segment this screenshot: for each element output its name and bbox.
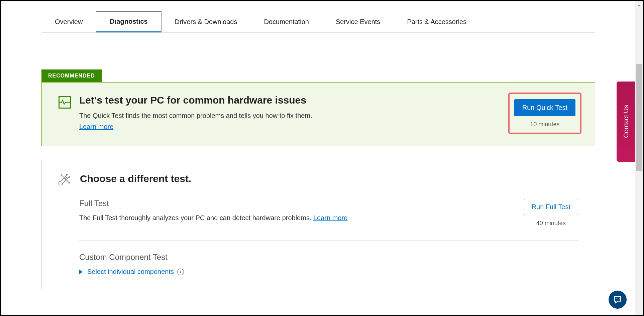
quick-test-duration: 10 minutes [514,121,575,128]
full-test-duration: 40 minutes [524,220,578,227]
full-test-description: The Full Test thoroughly analyzes your P… [79,214,511,222]
full-test-learn-more-link[interactable]: Learn more [313,214,347,221]
tab-drivers-downloads[interactable]: Drivers & Downloads [162,11,251,32]
custom-test-title: Custom Component Test [79,253,578,262]
svg-line-0 [61,175,64,177]
different-test-title: Choose a different test. [80,173,191,184]
select-components-expand[interactable]: Select individual components i [79,268,578,276]
svg-point-5 [618,299,618,299]
tab-diagnostics[interactable]: Diagnostics [96,11,161,32]
tab-service-events[interactable]: Service Events [322,11,394,32]
heartbeat-icon [59,96,71,109]
run-full-test-button[interactable]: Run Full Test [524,199,578,215]
info-icon[interactable]: i [177,269,184,275]
navigation-tabs: Overview Diagnostics Drivers & Downloads… [41,11,595,33]
chat-button[interactable] [609,291,627,309]
tab-overview[interactable]: Overview [41,11,96,32]
expand-triangle-icon [79,270,83,274]
tab-documentation[interactable]: Documentation [250,11,322,32]
browser-scrollbar[interactable]: ▲ [635,1,643,315]
svg-point-4 [616,299,617,299]
quick-test-learn-more-link[interactable]: Learn more [79,123,113,130]
tab-parts-accessories[interactable]: Parts & Accessories [394,11,480,32]
quick-test-highlighted-group: Run Quick Test 10 minutes [508,93,581,134]
scrollbar-up-arrow-icon[interactable]: ▲ [635,1,643,9]
different-test-card: Choose a different test. Full Test The F… [41,160,595,289]
tools-icon [59,172,72,185]
recommended-badge: RECOMMENDED [41,69,102,82]
select-components-label: Select individual components [87,268,174,276]
run-quick-test-button[interactable]: Run Quick Test [514,99,575,116]
chat-icon [613,295,622,304]
quick-test-description: The Quick Test finds the most common pro… [79,112,508,120]
scrollbar-thumb[interactable] [636,64,642,171]
divider [79,240,578,241]
svg-point-6 [619,299,620,299]
full-test-title: Full Test [79,199,511,208]
contact-us-sidebar[interactable]: Contact Us [617,82,635,162]
quick-test-title: Let's test your PC for common hardware i… [79,95,508,106]
recommended-card: Let's test your PC for common hardware i… [41,82,595,146]
